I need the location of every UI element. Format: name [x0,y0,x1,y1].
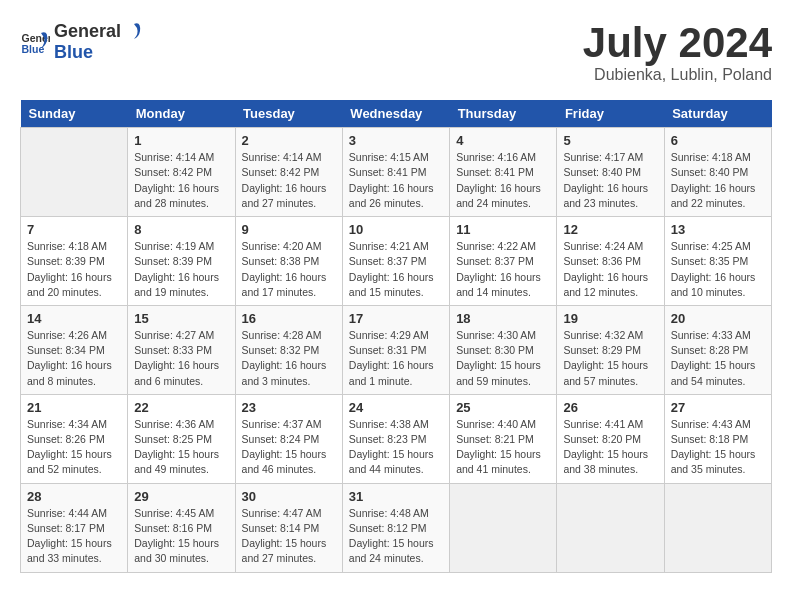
day-number: 7 [27,222,121,237]
day-number: 27 [671,400,765,415]
calendar-cell: 25Sunrise: 4:40 AMSunset: 8:21 PMDayligh… [450,394,557,483]
calendar-cell: 12Sunrise: 4:24 AMSunset: 8:36 PMDayligh… [557,217,664,306]
day-number: 30 [242,489,336,504]
cell-content: Sunrise: 4:18 AMSunset: 8:39 PMDaylight:… [27,239,121,300]
calendar-week-row: 1Sunrise: 4:14 AMSunset: 8:42 PMDaylight… [21,128,772,217]
cell-content: Sunrise: 4:18 AMSunset: 8:40 PMDaylight:… [671,150,765,211]
calendar-cell: 14Sunrise: 4:26 AMSunset: 8:34 PMDayligh… [21,305,128,394]
calendar-cell: 31Sunrise: 4:48 AMSunset: 8:12 PMDayligh… [342,483,449,572]
day-header-wednesday: Wednesday [342,100,449,128]
cell-content: Sunrise: 4:14 AMSunset: 8:42 PMDaylight:… [134,150,228,211]
location-title: Dubienka, Lublin, Poland [583,66,772,84]
cell-content: Sunrise: 4:33 AMSunset: 8:28 PMDaylight:… [671,328,765,389]
day-number: 9 [242,222,336,237]
day-number: 3 [349,133,443,148]
calendar-week-row: 28Sunrise: 4:44 AMSunset: 8:17 PMDayligh… [21,483,772,572]
calendar-cell: 9Sunrise: 4:20 AMSunset: 8:38 PMDaylight… [235,217,342,306]
cell-content: Sunrise: 4:22 AMSunset: 8:37 PMDaylight:… [456,239,550,300]
calendar-table: SundayMondayTuesdayWednesdayThursdayFrid… [20,100,772,572]
cell-content: Sunrise: 4:34 AMSunset: 8:26 PMDaylight:… [27,417,121,478]
day-number: 26 [563,400,657,415]
calendar-cell: 21Sunrise: 4:34 AMSunset: 8:26 PMDayligh… [21,394,128,483]
day-number: 11 [456,222,550,237]
calendar-cell: 20Sunrise: 4:33 AMSunset: 8:28 PMDayligh… [664,305,771,394]
day-number: 22 [134,400,228,415]
day-number: 21 [27,400,121,415]
day-header-sunday: Sunday [21,100,128,128]
calendar-cell: 30Sunrise: 4:47 AMSunset: 8:14 PMDayligh… [235,483,342,572]
cell-content: Sunrise: 4:32 AMSunset: 8:29 PMDaylight:… [563,328,657,389]
cell-content: Sunrise: 4:36 AMSunset: 8:25 PMDaylight:… [134,417,228,478]
calendar-cell: 8Sunrise: 4:19 AMSunset: 8:39 PMDaylight… [128,217,235,306]
day-number: 24 [349,400,443,415]
day-number: 15 [134,311,228,326]
day-number: 1 [134,133,228,148]
cell-content: Sunrise: 4:41 AMSunset: 8:20 PMDaylight:… [563,417,657,478]
day-number: 12 [563,222,657,237]
calendar-cell: 6Sunrise: 4:18 AMSunset: 8:40 PMDaylight… [664,128,771,217]
cell-content: Sunrise: 4:17 AMSunset: 8:40 PMDaylight:… [563,150,657,211]
calendar-cell: 26Sunrise: 4:41 AMSunset: 8:20 PMDayligh… [557,394,664,483]
day-number: 18 [456,311,550,326]
day-number: 5 [563,133,657,148]
day-number: 13 [671,222,765,237]
cell-content: Sunrise: 4:37 AMSunset: 8:24 PMDaylight:… [242,417,336,478]
calendar-cell: 4Sunrise: 4:16 AMSunset: 8:41 PMDaylight… [450,128,557,217]
day-number: 6 [671,133,765,148]
day-number: 31 [349,489,443,504]
calendar-cell: 13Sunrise: 4:25 AMSunset: 8:35 PMDayligh… [664,217,771,306]
cell-content: Sunrise: 4:43 AMSunset: 8:18 PMDaylight:… [671,417,765,478]
cell-content: Sunrise: 4:45 AMSunset: 8:16 PMDaylight:… [134,506,228,567]
calendar-cell [21,128,128,217]
calendar-cell: 27Sunrise: 4:43 AMSunset: 8:18 PMDayligh… [664,394,771,483]
day-header-thursday: Thursday [450,100,557,128]
cell-content: Sunrise: 4:21 AMSunset: 8:37 PMDaylight:… [349,239,443,300]
calendar-cell: 22Sunrise: 4:36 AMSunset: 8:25 PMDayligh… [128,394,235,483]
cell-content: Sunrise: 4:27 AMSunset: 8:33 PMDaylight:… [134,328,228,389]
page-header: General Blue General Blue July 2024 Dubi… [20,20,772,84]
day-number: 4 [456,133,550,148]
calendar-cell: 29Sunrise: 4:45 AMSunset: 8:16 PMDayligh… [128,483,235,572]
day-header-monday: Monday [128,100,235,128]
day-header-tuesday: Tuesday [235,100,342,128]
cell-content: Sunrise: 4:28 AMSunset: 8:32 PMDaylight:… [242,328,336,389]
cell-content: Sunrise: 4:20 AMSunset: 8:38 PMDaylight:… [242,239,336,300]
calendar-header-row: SundayMondayTuesdayWednesdayThursdayFrid… [21,100,772,128]
cell-content: Sunrise: 4:48 AMSunset: 8:12 PMDaylight:… [349,506,443,567]
day-number: 17 [349,311,443,326]
cell-content: Sunrise: 4:24 AMSunset: 8:36 PMDaylight:… [563,239,657,300]
calendar-cell: 23Sunrise: 4:37 AMSunset: 8:24 PMDayligh… [235,394,342,483]
svg-text:Blue: Blue [22,42,45,54]
logo-general: General [54,21,121,42]
day-number: 16 [242,311,336,326]
calendar-cell: 7Sunrise: 4:18 AMSunset: 8:39 PMDaylight… [21,217,128,306]
calendar-cell: 28Sunrise: 4:44 AMSunset: 8:17 PMDayligh… [21,483,128,572]
cell-content: Sunrise: 4:47 AMSunset: 8:14 PMDaylight:… [242,506,336,567]
calendar-cell: 18Sunrise: 4:30 AMSunset: 8:30 PMDayligh… [450,305,557,394]
cell-content: Sunrise: 4:26 AMSunset: 8:34 PMDaylight:… [27,328,121,389]
logo-blue: Blue [54,42,93,62]
calendar-cell [557,483,664,572]
day-number: 10 [349,222,443,237]
day-number: 23 [242,400,336,415]
calendar-cell: 16Sunrise: 4:28 AMSunset: 8:32 PMDayligh… [235,305,342,394]
cell-content: Sunrise: 4:38 AMSunset: 8:23 PMDaylight:… [349,417,443,478]
day-number: 14 [27,311,121,326]
calendar-cell [664,483,771,572]
cell-content: Sunrise: 4:25 AMSunset: 8:35 PMDaylight:… [671,239,765,300]
logo: General Blue General Blue [20,20,145,63]
day-header-friday: Friday [557,100,664,128]
cell-content: Sunrise: 4:40 AMSunset: 8:21 PMDaylight:… [456,417,550,478]
calendar-cell: 15Sunrise: 4:27 AMSunset: 8:33 PMDayligh… [128,305,235,394]
day-number: 2 [242,133,336,148]
cell-content: Sunrise: 4:44 AMSunset: 8:17 PMDaylight:… [27,506,121,567]
day-number: 25 [456,400,550,415]
day-header-saturday: Saturday [664,100,771,128]
logo-bird-icon [123,20,145,42]
day-number: 28 [27,489,121,504]
cell-content: Sunrise: 4:19 AMSunset: 8:39 PMDaylight:… [134,239,228,300]
calendar-cell: 5Sunrise: 4:17 AMSunset: 8:40 PMDaylight… [557,128,664,217]
calendar-cell: 24Sunrise: 4:38 AMSunset: 8:23 PMDayligh… [342,394,449,483]
calendar-cell: 1Sunrise: 4:14 AMSunset: 8:42 PMDaylight… [128,128,235,217]
day-number: 19 [563,311,657,326]
